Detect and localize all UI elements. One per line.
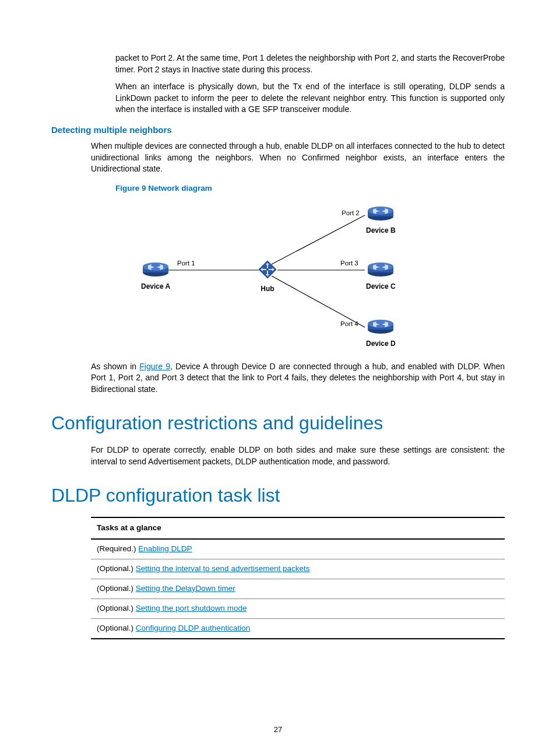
- device-d-node: Device D: [366, 318, 396, 349]
- table-row: (Optional.) Setting the DelayDown timer: [91, 579, 505, 598]
- paragraph-linkdown: When an interface is physically down, bu…: [115, 81, 505, 116]
- svg-point-10: [368, 206, 393, 215]
- device-c-node: Device C: [366, 261, 396, 292]
- figure-caption: Figure 9 Network diagram: [115, 183, 505, 194]
- svg-point-6: [143, 262, 168, 271]
- router-icon: [142, 261, 169, 277]
- port4-label: Port 4: [340, 319, 358, 328]
- device-b-node: Device B: [366, 205, 396, 236]
- hub-icon: [258, 260, 277, 279]
- network-diagram: Device A Port 1 Hub Device B Port 2: [91, 198, 417, 361]
- tasks-table: Tasks at a glance (Required.) Enabling D…: [91, 517, 505, 639]
- paragraph-multiple-neighbors: When multiple devices are connected thro…: [91, 141, 505, 175]
- text-pre: As shown in: [91, 362, 139, 371]
- device-d-label: Device D: [366, 339, 396, 349]
- router-icon: [367, 318, 394, 334]
- port2-label: Port 2: [342, 208, 360, 218]
- port3-label: Port 3: [340, 258, 358, 268]
- device-b-label: Device B: [366, 226, 396, 236]
- router-icon: [367, 261, 394, 277]
- svg-line-1: [272, 215, 365, 264]
- tasks-header: Tasks at a glance: [91, 517, 505, 539]
- task-link-enabling-dldp[interactable]: Enabling DLDP: [138, 544, 192, 553]
- task-link-dldp-authentication[interactable]: Configuring DLDP authentication: [136, 624, 250, 632]
- task-link-port-shutdown-mode[interactable]: Setting the port shutdown mode: [136, 604, 247, 612]
- heading-dldp-task-list: DLDP configuration task list: [51, 482, 505, 509]
- task-link-delaydown-timer[interactable]: Setting the DelayDown timer: [136, 584, 235, 593]
- device-a-node: Device A: [141, 261, 170, 292]
- task-prefix: (Optional.): [97, 564, 136, 573]
- port1-label: Port 1: [177, 258, 195, 268]
- task-link-advertisement-interval[interactable]: Setting the interval to send advertiseme…: [136, 564, 310, 573]
- page-number: 27: [0, 724, 556, 735]
- svg-point-16: [368, 320, 393, 328]
- device-a-label: Device A: [141, 282, 170, 292]
- table-row: (Optional.) Setting the interval to send…: [91, 559, 505, 579]
- task-prefix: (Optional.): [97, 624, 136, 632]
- device-c-label: Device C: [366, 282, 396, 292]
- paragraph-restrictions: For DLDP to operate correctly, enable DL…: [91, 444, 505, 467]
- hub-label: Hub: [258, 284, 277, 294]
- figure-9-link[interactable]: Figure 9: [139, 362, 170, 371]
- hub-node: Hub: [258, 260, 277, 295]
- task-prefix: (Optional.): [97, 584, 136, 593]
- task-prefix: (Optional.): [97, 604, 136, 612]
- table-row: (Required.) Enabling DLDP: [91, 539, 505, 559]
- paragraph-figure9-explain: As shown in Figure 9, Device A through D…: [91, 361, 505, 396]
- table-row: (Optional.) Configuring DLDP authenticat…: [91, 618, 505, 638]
- heading-configuration-restrictions: Configuration restrictions and guideline…: [51, 410, 505, 436]
- task-prefix: (Required.): [97, 544, 138, 553]
- heading-detecting-multiple-neighbors: Detecting multiple neighbors: [51, 124, 505, 136]
- router-icon: [367, 205, 394, 221]
- table-row: (Optional.) Setting the port shutdown mo…: [91, 598, 505, 618]
- paragraph-packet: packet to Port 2. At the same time, Port…: [115, 52, 505, 75]
- svg-point-13: [368, 262, 393, 271]
